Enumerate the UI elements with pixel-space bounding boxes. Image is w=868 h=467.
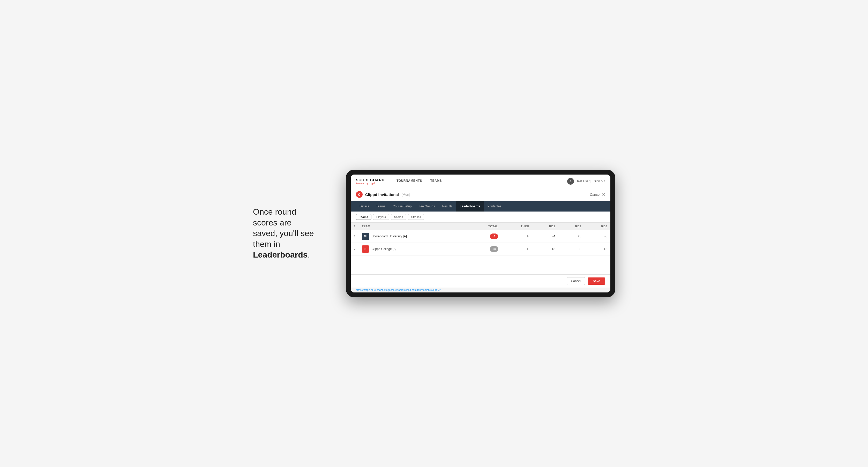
rank-1: 1	[351, 230, 359, 243]
col-team: TEAM	[359, 223, 467, 230]
rd3-2: +3	[584, 243, 610, 255]
team-name-1: Scoreboard University [A]	[372, 235, 407, 238]
tournament-cancel-button[interactable]: Cancel ✕	[590, 192, 605, 197]
col-thru: THRU	[501, 223, 532, 230]
desc-line5-bold: Leaderboards	[253, 250, 308, 259]
tournament-title-area: C Clippd Invitational (Men)	[356, 191, 410, 198]
tournament-name: Clippd Invitational	[365, 192, 399, 197]
total-1: -5	[467, 230, 501, 243]
filter-scores[interactable]: Scores	[391, 214, 406, 220]
cancel-x-icon: ✕	[602, 192, 605, 197]
tablet-device: SCOREBOARD Powered by clippd TOURNAMENTS…	[346, 170, 615, 297]
user-name: Test User |	[577, 180, 591, 183]
rd2-1: +5	[558, 230, 585, 243]
nav-right: S Test User | Sign out	[567, 178, 605, 185]
table-row: 1 SU Scoreboard University [A] -5 F	[351, 230, 610, 243]
tournament-header: C Clippd Invitational (Men) Cancel ✕	[351, 188, 610, 201]
nav-tournaments[interactable]: TOURNAMENTS	[392, 175, 426, 188]
bottom-action-bar: Cancel Save	[351, 274, 610, 287]
tab-details[interactable]: Details	[356, 201, 373, 212]
table-row: 2 C Clippd College [A] +3 F	[351, 243, 610, 255]
tab-tee-groups[interactable]: Tee Groups	[415, 201, 438, 212]
app-subtitle: Powered by clippd	[356, 182, 384, 185]
rd2-2: -8	[558, 243, 585, 255]
desc-line5-suffix: .	[308, 250, 310, 259]
filter-bar: Teams Players Scores Strokes	[351, 212, 610, 223]
app-logo: SCOREBOARD	[356, 178, 384, 182]
rank-2: 2	[351, 243, 359, 255]
leaderboard-table: # TEAM TOTAL THRU RD1 RD2 RD3 1	[351, 223, 610, 255]
rd1-2: +8	[532, 243, 558, 255]
total-2: +3	[467, 243, 501, 255]
team-cell-2: C Clippd College [A]	[359, 243, 467, 255]
url-bar: https://stage-blue-coach.stagescoreboard…	[351, 287, 610, 292]
thru-1: F	[501, 230, 532, 243]
col-rd2: RD2	[558, 223, 585, 230]
user-avatar: S	[567, 178, 574, 185]
rd3-1: -6	[584, 230, 610, 243]
tab-leaderboards[interactable]: Leaderboards	[456, 201, 484, 212]
desc-line3: saved, you'll see	[253, 228, 314, 238]
left-description: Once round scores are saved, you'll see …	[253, 207, 331, 260]
nav-teams[interactable]: TEAMS	[426, 175, 446, 188]
logo-area: SCOREBOARD Powered by clippd	[356, 178, 384, 185]
filter-teams[interactable]: Teams	[356, 214, 371, 220]
save-button[interactable]: Save	[588, 277, 605, 285]
filter-players[interactable]: Players	[373, 214, 389, 220]
tournament-gender: (Men)	[401, 193, 410, 196]
thru-2: F	[501, 243, 532, 255]
tab-results[interactable]: Results	[438, 201, 456, 212]
tab-printables[interactable]: Printables	[484, 201, 505, 212]
cancel-button[interactable]: Cancel	[567, 277, 585, 285]
table-header-row: # TEAM TOTAL THRU RD1 RD2 RD3	[351, 223, 610, 230]
sign-out-link[interactable]: Sign out	[594, 180, 605, 183]
tournament-icon: C	[356, 191, 363, 198]
col-total: TOTAL	[467, 223, 501, 230]
desc-line1: Once round	[253, 207, 296, 216]
col-rank: #	[351, 223, 359, 230]
desc-line4: them in	[253, 240, 280, 249]
rd1-1: -4	[532, 230, 558, 243]
team-name-2: Clippd College [A]	[372, 247, 397, 251]
tablet-screen: SCOREBOARD Powered by clippd TOURNAMENTS…	[351, 175, 610, 292]
team-logo-2: C	[362, 245, 369, 253]
nav-links: TOURNAMENTS TEAMS	[392, 175, 567, 188]
desc-line2: scores are	[253, 218, 291, 227]
filter-strokes[interactable]: Strokes	[408, 214, 424, 220]
sub-tabs-bar: Details Teams Course Setup Tee Groups Re…	[351, 201, 610, 212]
score-badge-2: +3	[490, 246, 498, 252]
col-rd3: RD3	[584, 223, 610, 230]
leaderboard-content: # TEAM TOTAL THRU RD1 RD2 RD3 1	[351, 223, 610, 274]
url-text: https://stage-blue-coach.stagescoreboard…	[356, 288, 441, 291]
score-badge-1: -5	[490, 234, 498, 239]
team-logo-1: SU	[362, 233, 369, 240]
tab-course-setup[interactable]: Course Setup	[389, 201, 415, 212]
tab-teams[interactable]: Teams	[373, 201, 389, 212]
team-cell-1: SU Scoreboard University [A]	[359, 230, 467, 243]
top-navigation: SCOREBOARD Powered by clippd TOURNAMENTS…	[351, 175, 610, 188]
page-wrapper: Once round scores are saved, you'll see …	[253, 170, 615, 297]
col-rd1: RD1	[532, 223, 558, 230]
